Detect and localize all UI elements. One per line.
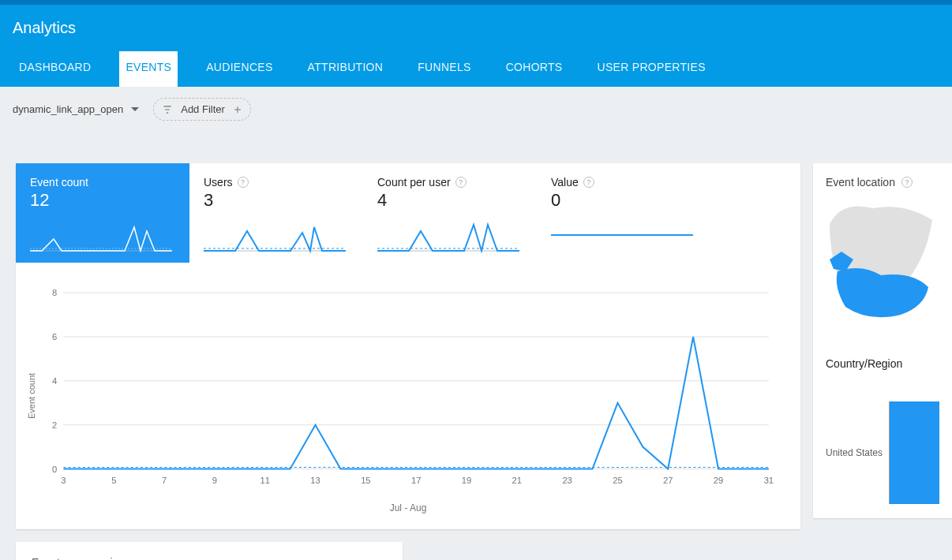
help-icon[interactable]: ? xyxy=(583,177,594,188)
metric-label: Count per user xyxy=(377,176,451,189)
svg-text:27: 27 xyxy=(663,476,673,485)
svg-text:5: 5 xyxy=(111,476,116,485)
svg-text:6: 6 xyxy=(52,332,57,342)
filter-icon xyxy=(162,104,173,115)
event-location-title: Event location xyxy=(826,176,895,189)
filter-bar: dynamic_link_app_open Add Filter xyxy=(0,87,952,132)
metrics-card: Event count 12 Users ? xyxy=(16,163,800,529)
metric-tile-users[interactable]: Users ? 3 xyxy=(189,163,363,263)
card-title: Events per session xyxy=(32,556,125,560)
svg-text:19: 19 xyxy=(462,476,471,485)
svg-text:23: 23 xyxy=(562,476,572,485)
svg-text:13: 13 xyxy=(310,476,320,485)
line-chart-svg: 0246835791113151719212325272931 xyxy=(39,278,777,499)
chevron-down-icon xyxy=(131,107,139,111)
svg-text:7: 7 xyxy=(162,476,167,485)
tab-audiences[interactable]: AUDIENCES xyxy=(200,51,279,87)
metric-label: Value xyxy=(551,176,579,189)
svg-text:3: 3 xyxy=(61,476,66,485)
svg-text:15: 15 xyxy=(361,476,370,485)
metric-value: 4 xyxy=(377,190,523,211)
tab-dashboard[interactable]: DASHBOARD xyxy=(13,51,97,87)
svg-text:21: 21 xyxy=(512,476,522,485)
metric-tile-count-per-user[interactable]: Count per user ? 4 xyxy=(363,163,537,263)
add-filter-button[interactable]: Add Filter xyxy=(153,98,251,121)
metric-tile-value[interactable]: Value ? 0 xyxy=(537,163,710,263)
help-icon[interactable]: ? xyxy=(901,177,913,188)
country-row: United States xyxy=(826,401,939,504)
help-icon[interactable]: ? xyxy=(455,177,467,188)
metric-value: 3 xyxy=(204,190,349,211)
svg-text:2: 2 xyxy=(52,420,57,430)
tab-events[interactable]: EVENTS xyxy=(119,51,178,87)
page-header: Analytics DASHBOARD EVENTS AUDIENCES ATT… xyxy=(0,5,952,87)
country-bar xyxy=(889,401,939,504)
tab-funnels[interactable]: FUNNELS xyxy=(411,51,477,87)
add-filter-label: Add Filter xyxy=(181,103,225,115)
svg-text:0: 0 xyxy=(52,465,57,474)
svg-text:4: 4 xyxy=(52,376,57,386)
chart-x-axis-label: Jul - Aug xyxy=(39,502,777,513)
sparkline-value xyxy=(551,215,696,255)
chart-y-axis-label: Event count xyxy=(24,278,39,513)
svg-text:8: 8 xyxy=(52,288,57,297)
svg-text:17: 17 xyxy=(411,476,421,485)
content-area: Event count 12 Users ? xyxy=(0,132,952,560)
sparkline-event-count xyxy=(30,215,175,255)
sparkline-count-per-user xyxy=(377,215,523,255)
svg-text:9: 9 xyxy=(212,476,217,485)
event-select-value: dynamic_link_app_open xyxy=(13,103,123,115)
help-icon[interactable]: ? xyxy=(238,177,249,188)
plus-icon xyxy=(233,105,242,114)
geo-map xyxy=(826,196,939,334)
event-location-card: Event location ? Country/Region United S… xyxy=(813,163,952,518)
tab-user-properties[interactable]: USER PROPERTIES xyxy=(591,51,712,87)
metric-tiles-row: Event count 12 Users ? xyxy=(16,163,800,263)
metric-label: Users xyxy=(204,176,233,189)
metric-value: 12 xyxy=(30,190,175,211)
metric-value: 0 xyxy=(551,190,696,211)
metric-label: Event count xyxy=(30,176,88,189)
tab-attribution[interactable]: ATTRIBUTION xyxy=(302,51,390,87)
tab-cohorts[interactable]: COHORTS xyxy=(500,51,569,87)
page-title: Analytics xyxy=(0,19,952,51)
event-select-dropdown[interactable]: dynamic_link_app_open xyxy=(13,103,139,115)
sparkline-users xyxy=(204,215,349,255)
main-chart: Event count 0246835791113151719212325272… xyxy=(16,263,800,529)
main-tabs: DASHBOARD EVENTS AUDIENCES ATTRIBUTION F… xyxy=(0,51,952,87)
metric-tile-event-count[interactable]: Event count 12 xyxy=(16,163,189,263)
svg-text:29: 29 xyxy=(714,476,723,485)
country-region-heading: Country/Region xyxy=(826,357,939,370)
svg-text:25: 25 xyxy=(613,476,622,485)
svg-text:31: 31 xyxy=(764,476,774,485)
svg-text:11: 11 xyxy=(260,476,270,485)
country-label: United States xyxy=(826,447,883,458)
events-per-session-card: Events per session xyxy=(16,542,403,560)
